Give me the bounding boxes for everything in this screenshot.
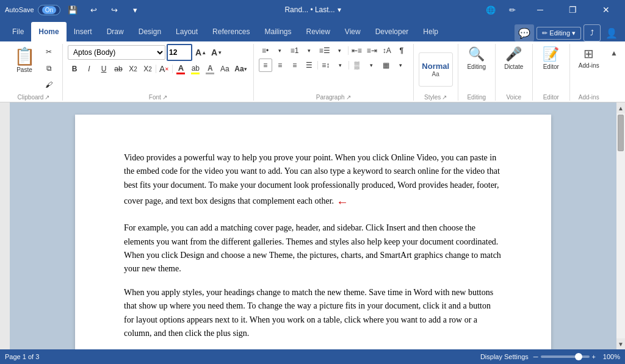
bullet-dropdown[interactable]: ▾	[273, 44, 287, 57]
share-button[interactable]: ⤴	[583, 24, 601, 41]
sort-button[interactable]: ↕A	[380, 44, 394, 57]
format-painter-button[interactable]: 🖌	[40, 77, 57, 93]
shading-fill-button[interactable]: ▒	[350, 59, 364, 72]
show-paragraph-button[interactable]: ¶	[395, 44, 408, 57]
strikethrough-button[interactable]: ab	[112, 62, 125, 76]
autosave-toggle[interactable]: On	[38, 5, 60, 15]
tab-view[interactable]: View	[338, 22, 368, 41]
decrease-font-button[interactable]: A▼	[209, 46, 224, 59]
scroll-up-button[interactable]: ▲	[616, 102, 625, 113]
title-dropdown-icon[interactable]: ▾	[338, 5, 341, 14]
numbered-dropdown[interactable]: ▾	[303, 44, 316, 57]
more-commands-button[interactable]: ▾	[126, 1, 143, 18]
bullet-list-button[interactable]: ≡•	[259, 44, 272, 57]
tab-references[interactable]: References	[205, 22, 257, 41]
ribbon-group-font: Aptos (Body) 12 A▲ A▼ B I U ab X2 X2 A✕	[63, 44, 254, 101]
increase-indent-button[interactable]: ≡⇥	[365, 44, 379, 57]
redo-button[interactable]: ↪	[106, 1, 123, 18]
editor-button[interactable]: 📝 Editor	[538, 44, 565, 73]
document-page[interactable]: Video provides a powerful way to help yo…	[75, 115, 551, 349]
justify-button[interactable]: ☰	[303, 59, 316, 72]
restore-button[interactable]: ❐	[559, 0, 587, 20]
tab-insert[interactable]: Insert	[67, 22, 99, 41]
save-button[interactable]: 💾	[64, 1, 81, 18]
bold-button[interactable]: B	[68, 62, 81, 76]
increase-font-button[interactable]: A▲	[193, 46, 208, 59]
tab-developer[interactable]: Developer	[368, 22, 416, 41]
tab-file[interactable]: File	[5, 22, 31, 41]
subscript-button[interactable]: X2	[126, 62, 140, 76]
comments-button[interactable]: 💬	[515, 24, 534, 41]
borders-button[interactable]: ▦	[380, 59, 393, 72]
scroll-down-button[interactable]: ▼	[616, 338, 625, 349]
scroll-thumb[interactable]	[618, 115, 624, 151]
multilevel-list-button[interactable]: ≡☰	[317, 44, 332, 57]
profile-button[interactable]: 👤	[603, 24, 620, 41]
display-settings-button[interactable]: Display Settings	[480, 353, 529, 360]
vertical-scrollbar[interactable]: ▲ ▼	[616, 102, 625, 349]
tab-layout[interactable]: Layout	[168, 22, 205, 41]
zoom-track[interactable]	[541, 355, 590, 358]
ribbon-collapse-button[interactable]: ▲	[608, 44, 620, 101]
search-globe-button[interactable]: 🌐	[482, 1, 499, 18]
zoom-percent[interactable]: 100%	[598, 353, 620, 360]
ribbon-group-styles: Normal Aa Styles ↗	[414, 44, 458, 101]
paste-button[interactable]: 📋 Paste	[10, 44, 39, 77]
font-name-select[interactable]: Aptos (Body)	[68, 45, 165, 60]
align-center-button[interactable]: ≡	[273, 59, 287, 72]
pen-edit-icon: ✏	[542, 29, 547, 37]
tab-draw[interactable]: Draw	[99, 22, 131, 41]
copy-button[interactable]: ⧉	[40, 60, 57, 76]
document-title: Rand... • Last... ▾	[284, 5, 341, 14]
underline-button[interactable]: U	[97, 62, 110, 76]
line-spacing-button[interactable]: ≡↕	[319, 59, 333, 72]
zoom-minus-button[interactable]: ─	[533, 353, 538, 360]
pen-button[interactable]: ✏	[504, 1, 521, 18]
zoom-plus-button[interactable]: +	[592, 353, 596, 360]
tab-home[interactable]: Home	[31, 22, 66, 41]
dictate-button[interactable]: 🎤 Dictate	[500, 44, 527, 73]
clipboard-expand-icon[interactable]: ↗	[45, 94, 49, 101]
editing-search-button[interactable]: 🔍 Editing	[463, 44, 490, 73]
align-left-button[interactable]: ≡	[259, 59, 272, 72]
cut-button[interactable]: ✂	[40, 44, 57, 60]
tab-design[interactable]: Design	[131, 22, 168, 41]
font-size-select[interactable]: 12	[168, 45, 191, 60]
tab-review[interactable]: Review	[299, 22, 338, 41]
shading-button[interactable]: A	[203, 62, 217, 76]
styles-expand-icon[interactable]: ↗	[442, 94, 447, 101]
spacing-dropdown[interactable]: ▾	[334, 59, 347, 72]
font-color-button[interactable]: A	[174, 62, 187, 76]
font-expand-icon[interactable]: ↗	[162, 94, 167, 101]
close-button[interactable]: ✕	[592, 0, 620, 20]
italic-button[interactable]: I	[82, 62, 96, 76]
document-area[interactable]: Video provides a powerful way to help yo…	[10, 102, 616, 349]
undo-button[interactable]: ↩	[85, 1, 102, 18]
borders-dropdown[interactable]: ▾	[394, 59, 408, 72]
shading-dropdown[interactable]: ▾	[365, 59, 378, 72]
align-right-button[interactable]: ≡	[288, 59, 302, 72]
voice-group-label: Voice	[500, 93, 527, 101]
scroll-track[interactable]	[616, 113, 625, 338]
numbered-list-button[interactable]: ≡1	[288, 44, 302, 57]
editor-icon: 📝	[543, 46, 559, 62]
decrease-indent-button[interactable]: ⇤≡	[350, 44, 364, 57]
multilevel-dropdown[interactable]: ▾	[333, 44, 347, 57]
editing-mode-button[interactable]: ✏ Editing ▾	[536, 27, 581, 40]
zoom-thumb[interactable]	[575, 353, 582, 360]
paste-icon: 📋	[14, 48, 35, 65]
title-bar: AutoSave On 💾 ↩ ↪ ▾ Rand... • Last... ▾ …	[0, 0, 625, 20]
addins-button[interactable]: ⊞ Add-ins	[575, 44, 603, 71]
superscript-button[interactable]: X2	[141, 62, 154, 76]
tab-help[interactable]: Help	[416, 22, 446, 41]
tab-mailings[interactable]: Mailings	[257, 22, 298, 41]
text-effects-button[interactable]: Aa	[218, 62, 231, 76]
minimize-button[interactable]: ─	[526, 0, 554, 20]
paragraph-expand-icon[interactable]: ↗	[346, 94, 351, 101]
highlight-color-button[interactable]: ab	[189, 62, 202, 76]
autosave-label: AutoSave	[5, 6, 34, 13]
styles-gallery-button[interactable]: Normal Aa	[419, 52, 453, 87]
clear-format-button[interactable]: A✕	[157, 62, 171, 76]
editing-dropdown-icon: ▾	[572, 29, 576, 37]
change-case-button[interactable]: Aa▾	[233, 62, 248, 76]
